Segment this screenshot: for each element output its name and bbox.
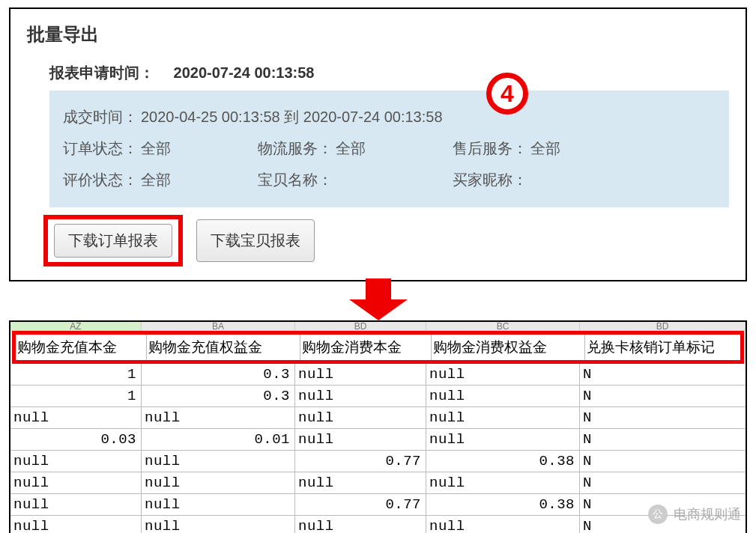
table-cell: null [142,516,295,533]
filter-order-status: 订单状态：全部 [63,133,258,164]
table-cell: null [142,494,295,515]
button-row: 下载订单报表 下载宝贝报表 [49,219,729,262]
table-cell: null [426,472,580,493]
table-cell: null [295,364,426,385]
col-header-consume-benefit: 购物金消费权益金 [432,335,585,360]
table-cell: null [10,407,142,428]
filter-logistics: 物流服务：全部 [258,133,453,164]
table-cell: N [580,429,746,450]
table-cell: null [295,407,426,428]
table-row: 10.3nullnullN [10,386,746,407]
table-cell: 0.38 [426,494,580,515]
report-time-value: 2020-07-24 00:13:58 [174,64,315,81]
table-cell: null [142,472,295,493]
table-cell: null [426,386,580,406]
table-cell: N [580,451,746,472]
table-cell: N [580,386,746,406]
table-cell: N [580,364,746,385]
report-block: 报表申请时间： 2020-07-24 00:13:58 成交时间：2020-04… [27,63,729,262]
table-row: nullnull0.770.38N [10,451,746,472]
table-cell: null [295,472,426,493]
table-cell: 1 [10,364,142,385]
download-order-report-button[interactable]: 下载订单报表 [54,224,172,258]
table-cell: null [295,386,426,406]
table-cell: 0.3 [142,386,295,406]
table-header-highlight: 购物金充值本金 购物金充值权益金 购物金消费本金 购物金消费权益金 兑换卡核销订… [12,331,744,364]
table-cell: 1 [10,386,142,406]
filter-deal-time: 成交时间：2020-04-25 00:13:58 到 2020-07-24 00… [63,101,716,133]
table-row: 0.030.01nullnullN [10,429,746,451]
table-row: nullnullnullnullN [10,472,746,494]
table-cell: null [426,407,580,428]
report-time-row: 报表申请时间： 2020-07-24 00:13:58 [49,63,729,83]
table-row: nullnull0.770.38N [10,494,746,516]
spreadsheet-column-letters: AZ BA BD BC BD [10,322,746,331]
panel-title: 批量导出 [27,22,729,46]
col-header-recharge-benefit: 购物金充值权益金 [147,335,300,360]
table-row: nullnullnullnullN [10,407,746,429]
export-panel: 批量导出 报表申请时间： 2020-07-24 00:13:58 成交时间：20… [9,7,747,281]
table-cell: null [295,516,426,533]
filter-buyer-nick: 买家昵称： [453,164,647,195]
wechat-icon: 公 [648,505,668,524]
download-item-report-button[interactable]: 下载宝贝报表 [196,219,315,262]
table-cell: 0.03 [10,429,142,450]
table-cell: 0.3 [142,364,295,385]
table-cell: N [580,472,746,493]
table-cell: null [426,364,580,385]
arrow-down-icon [0,278,756,319]
table-row: nullnullnullnullN [10,516,746,533]
watermark-text: 电商规则通 [674,505,741,523]
filter-box: 成交时间：2020-04-25 00:13:58 到 2020-07-24 00… [49,91,729,207]
col-header-consume-principal: 购物金消费本金 [300,335,432,360]
watermark: 公 电商规则通 [648,505,741,524]
col-header-recharge-principal: 购物金充值本金 [16,335,147,360]
table-cell: N [580,407,746,428]
table-cell: null [426,516,580,533]
filter-comment-status: 评价状态：全部 [63,164,258,195]
table-body: 10.3nullnullN10.3nullnullNnullnullnullnu… [10,364,746,533]
table-cell: 0.38 [426,451,580,472]
filter-aftersale: 售后服务：全部 [453,133,647,164]
annotation-badge-4: 4 [486,73,528,115]
report-time-label: 报表申请时间： [49,64,154,81]
filter-item-name: 宝贝名称： [258,164,453,195]
col-header-exchange-mark: 兑换卡核销订单标记 [585,335,740,360]
table-cell: null [426,429,580,450]
table-cell: 0.77 [295,494,426,515]
table-cell: null [295,429,426,450]
table-cell: null [10,494,142,515]
table-cell: 0.01 [142,429,295,450]
highlight-download-order: 下载订单报表 [43,215,183,266]
table-cell: null [142,407,295,428]
table-cell: null [10,451,142,472]
table-cell: 0.77 [295,451,426,472]
table-cell: null [10,516,142,533]
table-cell: null [10,472,142,493]
table-cell: null [142,451,295,472]
table-row: 10.3nullnullN [10,364,746,386]
spreadsheet-panel: AZ BA BD BC BD 购物金充值本金 购物金充值权益金 购物金消费本金 … [9,320,747,533]
